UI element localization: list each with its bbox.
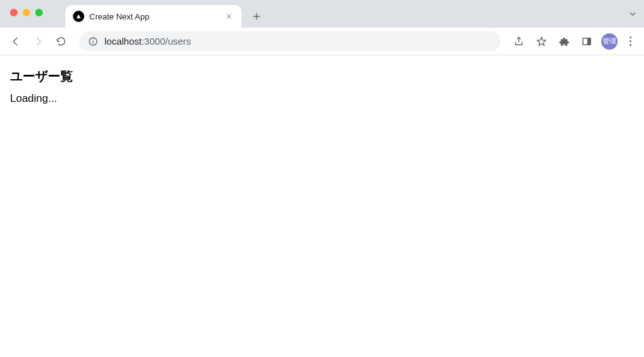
forward-button[interactable] — [29, 32, 48, 51]
close-window-button[interactable] — [10, 9, 18, 16]
sidepanel-icon[interactable] — [577, 32, 596, 51]
close-tab-button[interactable] — [224, 11, 234, 21]
window-controls — [10, 9, 43, 16]
extensions-icon[interactable] — [555, 32, 574, 51]
browser-toolbar: localhost:3000/users 管理 — [0, 28, 644, 55]
svg-rect-3 — [587, 38, 591, 45]
reload-button[interactable] — [52, 32, 70, 51]
minimize-window-button[interactable] — [23, 9, 30, 16]
new-tab-button[interactable] — [248, 8, 265, 25]
chevron-down-icon[interactable] — [628, 9, 638, 21]
bookmark-icon[interactable] — [532, 32, 551, 51]
loading-text: Loading... — [10, 92, 634, 105]
nextjs-favicon-icon — [73, 11, 84, 22]
profile-avatar[interactable]: 管理 — [601, 33, 618, 50]
svg-point-1 — [92, 39, 93, 40]
browser-titlebar: Create Next App — [0, 0, 644, 28]
url-host: localhost — [104, 36, 142, 47]
tab-title: Create Next App — [89, 12, 219, 21]
share-icon[interactable] — [509, 32, 528, 51]
page-title: ユーザー覧 — [10, 68, 634, 85]
url-path: :3000/users — [142, 36, 191, 47]
site-info-icon[interactable] — [88, 36, 98, 47]
browser-tab[interactable]: Create Next App — [65, 5, 242, 28]
page-content: ユーザー覧 Loading... — [0, 55, 644, 118]
maximize-window-button[interactable] — [35, 9, 43, 16]
back-button[interactable] — [6, 32, 25, 51]
url-text: localhost:3000/users — [104, 36, 492, 47]
browser-menu-button[interactable] — [623, 32, 638, 51]
address-bar[interactable]: localhost:3000/users — [79, 31, 501, 52]
